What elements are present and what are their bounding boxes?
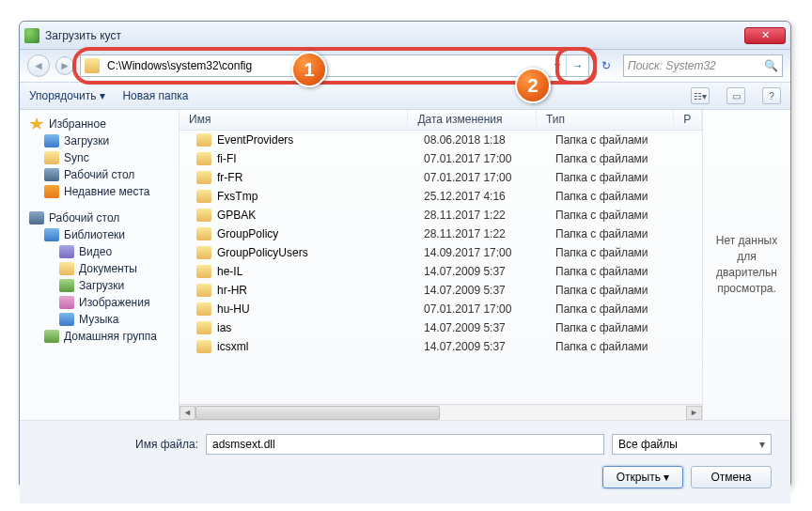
address-bar[interactable]: ▾ → — [80, 54, 589, 77]
cancel-button[interactable]: Отмена — [691, 466, 772, 488]
tree-downloads2[interactable]: Загрузки — [23, 277, 175, 294]
tree-favorites[interactable]: Избранное — [23, 116, 175, 132]
file-date: 28.11.2017 1:22 — [414, 227, 546, 240]
folder-icon — [196, 152, 211, 165]
search-box[interactable]: Поиск: System32 🔍 — [623, 54, 783, 77]
annotation-badge-2: 2 — [515, 68, 551, 103]
file-date: 14.07.2009 5:37 — [414, 321, 546, 334]
file-name: EventProviders — [217, 133, 293, 147]
search-icon: 🔍 — [764, 59, 778, 72]
tree-video[interactable]: Видео — [23, 243, 175, 260]
column-headers: Имя Дата изменения Тип Р — [180, 110, 702, 131]
file-name: icsxml — [217, 340, 248, 353]
music-icon — [59, 313, 74, 326]
documents-icon — [59, 262, 74, 275]
file-date: 07.01.2017 17:00 — [414, 302, 546, 316]
file-type: Папка с файлами — [546, 190, 687, 203]
tree-documents[interactable]: Документы — [23, 260, 175, 277]
file-date: 14.07.2009 5:37 — [414, 284, 546, 297]
file-name: fr-FR — [217, 171, 242, 184]
file-type: Папка с файлами — [546, 302, 687, 316]
address-dropdown[interactable]: ▾ — [549, 59, 566, 72]
file-row[interactable]: GroupPolicy28.11.2017 1:22Папка с файлам… — [180, 225, 702, 243]
file-type: Папка с файлами — [546, 265, 687, 278]
nav-tree[interactable]: Избранное Загрузки Sync Рабочий стол Нед… — [20, 110, 180, 420]
back-button[interactable]: ◄ — [27, 54, 50, 77]
scroll-track[interactable] — [195, 406, 686, 420]
file-row[interactable]: EventProviders08.06.2018 1:18Папка с фай… — [180, 131, 702, 149]
organize-menu[interactable]: Упорядочить ▾ — [29, 89, 105, 102]
close-button[interactable]: ✕ — [744, 27, 786, 44]
filetype-combo[interactable]: Все файлы ▾ — [612, 434, 772, 455]
titlebar[interactable]: Загрузить куст ✕ — [20, 22, 790, 50]
folder-icon — [196, 302, 211, 316]
file-type: Папка с файлами — [546, 340, 687, 353]
col-type[interactable]: Тип — [537, 110, 674, 130]
file-type: Папка с файлами — [546, 209, 687, 222]
file-type: Папка с файлами — [546, 284, 687, 297]
bottom-panel: Имя файла: Все файлы ▾ Открыть ▾ Отмена — [20, 420, 790, 503]
homegroup-icon — [44, 330, 59, 343]
file-date: 08.06.2018 1:18 — [414, 133, 546, 147]
file-row[interactable]: fr-FR07.01.2017 17:00Папка с файлами — [180, 168, 702, 187]
preview-pane: Нет данных для дварительн просмотра. — [702, 110, 790, 420]
file-type: Папка с файлами — [546, 171, 687, 184]
col-name[interactable]: Имя — [180, 110, 408, 130]
view-options-button[interactable]: ☷▾ — [691, 87, 710, 104]
file-row[interactable]: icsxml14.07.2009 5:37Папка с файлами — [180, 337, 702, 356]
file-row[interactable]: ias14.07.2009 5:37Папка с файлами — [180, 318, 702, 337]
file-row[interactable]: fi-FI07.01.2017 17:00Папка с файлами — [180, 149, 702, 168]
file-listing: Имя Дата изменения Тип Р EventProviders0… — [180, 110, 702, 420]
go-button[interactable]: → — [566, 55, 588, 76]
new-folder-button[interactable]: Новая папка — [122, 89, 188, 102]
file-type: Папка с файлами — [546, 246, 687, 259]
recent-icon — [44, 185, 59, 198]
file-date: 14.09.2017 17:00 — [414, 246, 546, 259]
file-row[interactable]: hu-HU07.01.2017 17:00Папка с файлами — [180, 300, 702, 318]
chevron-down-icon: ▾ — [100, 89, 105, 102]
file-date: 28.11.2017 1:22 — [414, 209, 546, 222]
file-row[interactable]: FxsTmp25.12.2017 4:16Папка с файлами — [180, 187, 702, 206]
annotation-badge-1: 1 — [291, 52, 327, 87]
help-button[interactable]: ? — [762, 87, 781, 104]
desktop-icon — [29, 211, 44, 225]
folder-icon — [196, 171, 211, 184]
tree-desktop-fav[interactable]: Рабочий стол — [23, 166, 175, 183]
tree-sync[interactable]: Sync — [23, 149, 175, 166]
file-name: hu-HU — [217, 302, 250, 316]
chevron-down-icon: ▾ — [759, 438, 765, 451]
col-date[interactable]: Дата изменения — [408, 110, 537, 130]
folder-icon — [196, 340, 211, 353]
scroll-thumb[interactable] — [195, 406, 440, 420]
folder-icon — [196, 265, 211, 278]
scroll-right-arrow[interactable]: ► — [686, 406, 702, 420]
forward-button[interactable]: ► — [55, 56, 74, 75]
tree-homegroup[interactable]: Домашняя группа — [23, 328, 175, 345]
open-button[interactable]: Открыть ▾ — [602, 466, 683, 488]
file-row[interactable]: GPBAK28.11.2017 1:22Папка с файлами — [180, 206, 702, 225]
tree-images[interactable]: Изображения — [23, 294, 175, 311]
tree-recent[interactable]: Недавние места — [23, 183, 175, 200]
tree-desktop[interactable]: Рабочий стол — [23, 209, 175, 226]
horizontal-scrollbar[interactable]: ◄ ► — [180, 404, 702, 420]
tree-downloads[interactable]: Загрузки — [23, 132, 175, 149]
file-name: GroupPolicy — [217, 227, 278, 240]
refresh-button[interactable]: ↻ — [595, 59, 617, 72]
folder-icon — [196, 190, 211, 203]
search-placeholder: Поиск: System32 — [628, 59, 716, 72]
folder-icon — [196, 284, 211, 297]
filename-input[interactable] — [206, 434, 604, 455]
folder-icon — [196, 227, 211, 240]
tree-libraries[interactable]: Библиотеки — [23, 226, 175, 243]
file-dialog-window: Загрузить куст ✕ ◄ ► ▾ → ↻ Поиск: System… — [19, 21, 791, 488]
col-size[interactable]: Р — [674, 110, 702, 130]
file-row[interactable]: he-IL14.07.2009 5:37Папка с файлами — [180, 262, 702, 281]
file-row[interactable]: hr-HR14.07.2009 5:37Папка с файлами — [180, 281, 702, 300]
preview-pane-button[interactable]: ▭ — [726, 87, 745, 104]
folder-icon — [59, 279, 74, 292]
tree-music[interactable]: Музыка — [23, 311, 175, 328]
scroll-left-arrow[interactable]: ◄ — [180, 406, 195, 420]
window-title: Загрузить куст — [45, 29, 744, 42]
file-row[interactable]: GroupPolicyUsers14.09.2017 17:00Папка с … — [180, 243, 702, 262]
file-name: he-IL — [217, 265, 242, 278]
